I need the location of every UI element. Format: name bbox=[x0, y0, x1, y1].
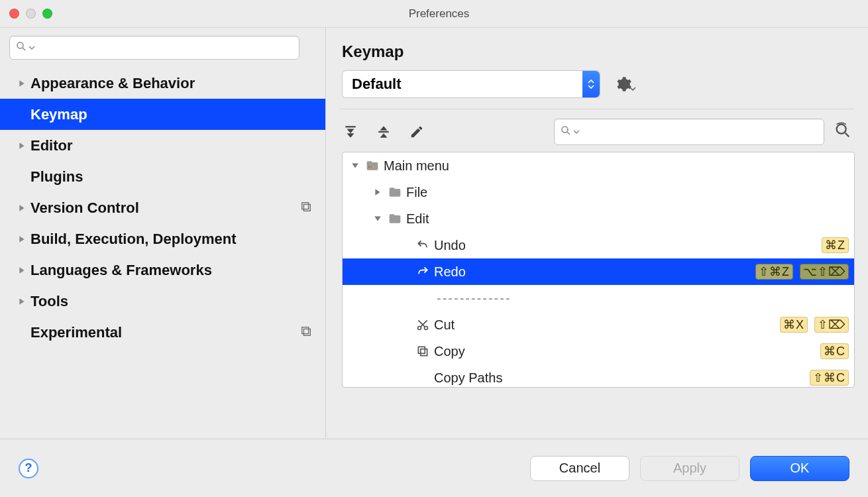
sidebar-item-label: Keymap bbox=[30, 106, 312, 123]
tree-label: Redo bbox=[431, 264, 755, 280]
titlebar: Preferences bbox=[0, 0, 868, 28]
panel-title: Keymap bbox=[326, 28, 868, 70]
expand-arrow-icon bbox=[13, 80, 30, 87]
edit-shortcut-button[interactable] bbox=[408, 123, 425, 140]
sidebar-item-editor[interactable]: Editor bbox=[0, 130, 325, 161]
sidebar-item-languages-frameworks[interactable]: Languages & Frameworks bbox=[0, 254, 325, 286]
shortcuts: ⇧⌘Z ⌥⇧⌦ bbox=[755, 264, 849, 280]
sidebar-item-plugins[interactable]: Plugins bbox=[0, 161, 325, 192]
tree-label: Cut bbox=[431, 317, 780, 333]
tree-separator: ------------- bbox=[343, 285, 854, 311]
minimize-window-button[interactable] bbox=[26, 9, 36, 19]
tree-label: Copy Paths bbox=[431, 370, 810, 386]
expand-arrow-icon bbox=[13, 235, 30, 243]
collapse-arrow-icon bbox=[369, 215, 386, 223]
sidebar-item-label: Editor bbox=[30, 137, 312, 154]
tree-group-edit[interactable]: Edit bbox=[343, 205, 854, 232]
help-label: ? bbox=[25, 461, 32, 475]
ok-button[interactable]: OK bbox=[750, 456, 849, 481]
action-search-input[interactable] bbox=[581, 127, 818, 138]
sidebar-search[interactable] bbox=[9, 36, 299, 60]
tree-label: Undo bbox=[431, 238, 822, 253]
keymap-actions-button[interactable] bbox=[615, 76, 636, 93]
svg-rect-5 bbox=[303, 329, 310, 335]
svg-rect-7 bbox=[378, 131, 388, 133]
search-icon bbox=[15, 40, 28, 55]
undo-icon bbox=[414, 239, 431, 252]
search-icon bbox=[560, 125, 573, 139]
zoom-window-button[interactable] bbox=[42, 9, 52, 19]
svg-line-9 bbox=[567, 132, 570, 135]
actions-tree[interactable]: Main menu File Edit bbox=[342, 152, 855, 388]
expand-arrow-icon bbox=[13, 142, 30, 150]
button-label: OK bbox=[790, 461, 810, 476]
sidebar-search-input[interactable] bbox=[36, 42, 294, 54]
tree-action-copy[interactable]: Copy ⌘C bbox=[343, 338, 854, 364]
dialog-footer: ? Cancel Apply OK bbox=[0, 439, 868, 497]
cancel-button[interactable]: Cancel bbox=[530, 456, 629, 481]
shortcut-badge: ⇧⌦ bbox=[814, 317, 849, 333]
expand-all-button[interactable] bbox=[342, 123, 359, 140]
chevron-down-icon bbox=[573, 126, 581, 138]
expand-arrow-icon bbox=[369, 188, 386, 196]
shortcuts: ⌘Z bbox=[822, 237, 849, 253]
shortcut-badge: ⇧⌘Z bbox=[755, 264, 793, 280]
keymap-select-value: Default bbox=[352, 76, 402, 93]
close-window-button[interactable] bbox=[9, 9, 19, 19]
project-scope-icon bbox=[300, 324, 312, 341]
sidebar-item-keymap[interactable]: Keymap bbox=[0, 99, 325, 130]
svg-rect-4 bbox=[302, 327, 309, 333]
sidebar-item-label: Version Control bbox=[30, 199, 300, 217]
help-button[interactable]: ? bbox=[19, 459, 38, 478]
sidebar-item-experimental[interactable]: Experimental bbox=[0, 317, 325, 348]
collapse-all-button[interactable] bbox=[375, 123, 392, 140]
expand-arrow-icon bbox=[13, 298, 30, 305]
shortcut-badge: ⌘X bbox=[780, 317, 808, 333]
svg-rect-13 bbox=[368, 166, 370, 168]
tree-label: ------------- bbox=[434, 291, 849, 306]
collapse-arrow-icon bbox=[347, 162, 364, 170]
project-scope-icon bbox=[300, 199, 312, 217]
svg-rect-14 bbox=[371, 166, 373, 168]
folder-icon bbox=[364, 159, 381, 172]
tree-action-undo[interactable]: Undo ⌘Z bbox=[343, 232, 854, 258]
redo-icon bbox=[414, 265, 431, 278]
keymap-select[interactable]: Default bbox=[342, 70, 600, 98]
shortcut-badge: ⌥⇧⌦ bbox=[800, 264, 849, 280]
window-controls bbox=[9, 9, 52, 19]
tree-label: Copy bbox=[431, 344, 820, 359]
sidebar-item-build-execution-deployment[interactable]: Build, Execution, Deployment bbox=[0, 223, 325, 254]
expand-arrow-icon bbox=[13, 266, 30, 274]
tree-action-redo[interactable]: Redo ⇧⌘Z ⌥⇧⌦ bbox=[343, 258, 854, 285]
tree-group-main-menu[interactable]: Main menu bbox=[343, 152, 854, 179]
shortcut-badge: ⌘C bbox=[820, 343, 849, 359]
sidebar-item-tools[interactable]: Tools bbox=[0, 286, 325, 317]
shortcut-badge: ⌘Z bbox=[822, 237, 849, 253]
find-by-shortcut-button[interactable] bbox=[834, 121, 852, 142]
tree-action-cut[interactable]: Cut ⌘X ⇧⌦ bbox=[343, 311, 854, 338]
preferences-sidebar: Appearance & Behavior Keymap Editor Plug… bbox=[0, 28, 326, 439]
svg-rect-2 bbox=[302, 202, 309, 209]
apply-button[interactable]: Apply bbox=[640, 456, 739, 481]
folder-icon bbox=[386, 186, 404, 199]
sidebar-item-label: Experimental bbox=[30, 324, 300, 341]
shortcuts: ⌘C bbox=[820, 343, 849, 359]
tree-action-copy-paths[interactable]: Copy Paths ⇧⌘C bbox=[343, 364, 854, 388]
sidebar-item-appearance-behavior[interactable]: Appearance & Behavior bbox=[0, 68, 325, 99]
button-label: Cancel bbox=[559, 461, 600, 476]
action-search[interactable] bbox=[554, 119, 824, 145]
chevron-down-icon bbox=[28, 42, 36, 54]
svg-rect-19 bbox=[421, 349, 427, 356]
tree-label: Edit bbox=[404, 211, 849, 227]
tree-group-file[interactable]: File bbox=[343, 179, 854, 205]
shortcut-badge: ⇧⌘C bbox=[810, 370, 849, 386]
tree-label: Main menu bbox=[381, 158, 849, 174]
tree-label: File bbox=[404, 185, 849, 200]
svg-line-11 bbox=[845, 133, 849, 137]
sidebar-item-label: Plugins bbox=[30, 168, 312, 186]
sidebar-item-version-control[interactable]: Version Control bbox=[0, 192, 325, 223]
svg-rect-20 bbox=[418, 347, 425, 353]
sidebar-item-label: Languages & Frameworks bbox=[30, 262, 312, 279]
shortcuts: ⌘X ⇧⌦ bbox=[780, 317, 849, 333]
expand-arrow-icon bbox=[13, 204, 30, 212]
